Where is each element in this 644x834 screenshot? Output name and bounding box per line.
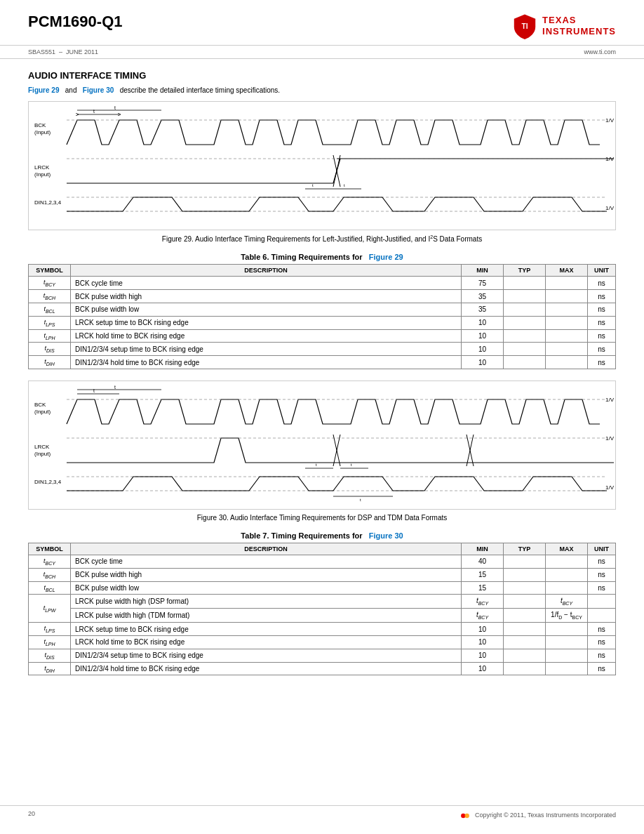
cell-desc: BCK pulse width low (71, 581, 462, 595)
cell-typ (504, 595, 546, 609)
cell-min: 15 (462, 568, 504, 581)
cell-typ (504, 581, 546, 595)
col-max: MAX (546, 543, 588, 555)
cell-symbol: tLPS (29, 316, 71, 329)
table7-header-row: SYMBOL DESCRIPTION MIN TYP MAX UNIT (29, 543, 616, 555)
cell-symbol: tBCH (29, 568, 71, 581)
table7-row: tBCH BCK pulse width high 15 ns (29, 568, 616, 581)
cell-typ (504, 277, 546, 290)
table7-row: tLPS LRCK setup time to BCK rising edge … (29, 623, 616, 636)
cell-min: 35 (462, 303, 504, 316)
subheader-bar: SBAS551 – JUNE 2011 www.ti.com (0, 46, 644, 59)
cell-symbol: tLPH (29, 636, 71, 649)
cell-typ (504, 290, 546, 303)
cell-desc: LRCK hold time to BCK rising edge (71, 329, 462, 343)
cell-symbol: tLPW (29, 595, 71, 623)
figure29-link[interactable]: Figure 29 (28, 86, 59, 94)
col-max: MAX (546, 265, 588, 277)
col-unit: UNIT (588, 543, 616, 555)
cell-max (546, 343, 588, 356)
cell-symbol: tBCH (29, 290, 71, 303)
table7-row: tBCY BCK cycle time 40 ns (29, 555, 616, 568)
page-number: 20 (28, 810, 35, 821)
cell-desc: BCK pulse width low (71, 303, 462, 316)
cell-max (546, 290, 588, 303)
table6-title: Table 6. Timing Requirements for Figure … (28, 253, 616, 261)
figure30-caption: Figure 30. Audio Interface Timing Requir… (28, 514, 616, 522)
cell-desc: BCK pulse width high (71, 568, 462, 581)
cell-min: 75 (462, 277, 504, 290)
svg-text:1/V: 1/V (605, 156, 615, 162)
figure29-diagram: BCK (Input) 1/V t t LRCK (Input) (28, 101, 616, 230)
cell-unit: ns (588, 649, 616, 662)
cell-min: 10 (462, 662, 504, 675)
table6-row: tBCH BCK pulse width high 35 ns (29, 290, 616, 303)
cell-desc: DIN1/2/3/4 hold time to BCK rising edge (71, 356, 462, 369)
cell-unit: ns (588, 290, 616, 303)
cell-max (546, 623, 588, 636)
cell-unit: ns (588, 623, 616, 636)
page: PCM1690-Q1 TI TEXAS INSTRUMENTS SBAS551 … (0, 0, 644, 834)
svg-text:t: t (351, 463, 352, 467)
table6-row: tLPH LRCK hold time to BCK rising edge 1… (29, 329, 616, 343)
cell-max (546, 568, 588, 581)
cell-unit: ns (588, 343, 616, 356)
cell-unit: ns (588, 329, 616, 343)
cell-unit: ns (588, 303, 616, 316)
cell-desc: DIN1/2/3/4 hold time to BCK rising edge (71, 662, 462, 675)
svg-text:1/V: 1/V (605, 435, 615, 442)
cell-desc: BCK cycle time (71, 555, 462, 568)
main-content: AUDIO INTERFACE TIMING Figure 29 and Fig… (0, 59, 644, 698)
svg-text:TI: TI (522, 22, 528, 30)
cell-desc: BCK pulse width high (71, 290, 462, 303)
svg-text:1/V: 1/V (605, 205, 615, 211)
cell-unit: ns (588, 581, 616, 595)
col-description: DESCRIPTION (71, 265, 462, 277)
svg-text:LRCK: LRCK (34, 444, 50, 450)
figure30-link[interactable]: Figure 30 (83, 86, 114, 94)
footer-ti-icon (459, 810, 471, 821)
table7-row: tLPH LRCK hold time to BCK rising edge 1… (29, 636, 616, 649)
cell-max (546, 581, 588, 595)
svg-point-50 (465, 814, 469, 818)
cell-desc: LRCK pulse width high (TDM format) (71, 609, 462, 623)
cell-min: 15 (462, 581, 504, 595)
page-footer: 20 Copyright © 2011, Texas Instruments I… (0, 805, 644, 821)
ti-logo: TI TEXAS INSTRUMENTS (511, 13, 616, 39)
svg-text:(Input): (Input) (34, 451, 51, 457)
cell-max (546, 329, 588, 343)
cell-typ (504, 555, 546, 568)
cell-min: 10 (462, 343, 504, 356)
cell-desc: DIN1/2/3/4 setup time to BCK rising edge (71, 649, 462, 662)
copyright-text: Copyright © 2011, Texas Instruments Inco… (459, 810, 616, 821)
timing-diagram-29-svg: BCK (Input) 1/V t t LRCK (Input) (32, 106, 618, 225)
intro-text: Figure 29 and Figure 30 describe the det… (28, 86, 616, 94)
cell-max (546, 303, 588, 316)
page-header: PCM1690-Q1 TI TEXAS INSTRUMENTS (0, 0, 644, 46)
section-title: AUDIO INTERFACE TIMING (28, 70, 616, 81)
cell-typ (504, 568, 546, 581)
table6-row: tLPS LRCK setup time to BCK rising edge … (29, 316, 616, 329)
cell-typ (504, 329, 546, 343)
cell-symbol: tBCL (29, 303, 71, 316)
cell-unit: ns (588, 356, 616, 369)
table6-row: tDIH DIN1/2/3/4 hold time to BCK rising … (29, 356, 616, 369)
figure30-diagram: BCK (Input) 1/V t t LRCK (Input) 1/V (28, 380, 616, 510)
table6-fig-link[interactable]: Figure 29 (369, 253, 403, 261)
svg-text:t: t (316, 463, 317, 467)
cell-desc: DIN1/2/3/4 setup time to BCK rising edge (71, 343, 462, 356)
ti-shield-icon: TI (511, 13, 538, 39)
cell-symbol: tDIH (29, 662, 71, 675)
cell-max (546, 662, 588, 675)
cell-unit: ns (588, 662, 616, 675)
cell-symbol: tBCY (29, 555, 71, 568)
svg-text:(Input): (Input) (34, 409, 51, 415)
document-title: PCM1690-Q1 (28, 13, 123, 31)
col-symbol: SYMBOL (29, 265, 71, 277)
cell-max (546, 636, 588, 649)
cell-max (546, 277, 588, 290)
col-min: MIN (462, 265, 504, 277)
col-unit: UNIT (588, 265, 616, 277)
table7-fig-link[interactable]: Figure 30 (369, 531, 403, 540)
cell-unit: ns (588, 568, 616, 581)
